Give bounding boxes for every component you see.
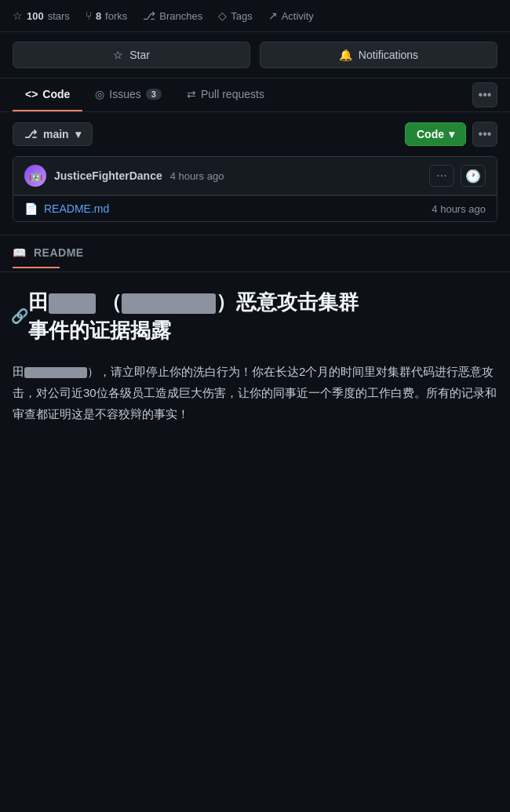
stats-bar: ☆ 100 stars ⑂ 8 forks ⎇ Branches ◇ Tags … xyxy=(0,0,510,32)
avatar: 🤖 xyxy=(24,165,46,187)
commit-history-button[interactable]: 🕐 xyxy=(461,165,486,187)
commit-time: 4 hours ago xyxy=(170,170,224,182)
star-icon: ☆ xyxy=(13,9,23,22)
forks-count: 8 xyxy=(96,10,101,22)
stars-label: stars xyxy=(48,10,70,22)
branch-chevron-icon: ▾ xyxy=(75,128,81,140)
commit-message-icon: ··· xyxy=(436,169,446,183)
anchor-link-icon[interactable]: 🔗 xyxy=(11,308,28,325)
code-button-label: Code xyxy=(417,128,444,140)
code-tab-icon: <> xyxy=(25,88,38,100)
code-tab-label: Code xyxy=(42,88,70,100)
branch-more-icon: ••• xyxy=(479,127,492,141)
file-time: 4 hours ago xyxy=(432,203,486,215)
code-button[interactable]: Code ▾ xyxy=(405,122,466,146)
branch-selector-icon: ⎇ xyxy=(24,128,37,140)
title-part1: 田 xyxy=(28,290,49,314)
branch-row: ⎇ main ▾ Code ▾ ••• xyxy=(0,112,510,156)
forks-label: forks xyxy=(105,10,127,22)
commit-header: 🤖 JusticeFighterDance 4 hours ago ··· 🕐 xyxy=(13,157,497,195)
branch-actions: Code ▾ ••• xyxy=(405,122,497,147)
notifications-button[interactable]: 🔔 Notifications xyxy=(260,42,497,68)
stars-count: 100 xyxy=(27,10,44,22)
activity-stat[interactable]: ↗ Activity xyxy=(268,9,314,22)
issues-tab-label: Issues xyxy=(109,88,140,100)
tags-stat[interactable]: ◇ Tags xyxy=(218,9,252,22)
title-redacted2 xyxy=(122,293,216,314)
tab-issues[interactable]: ◎ Issues 3 xyxy=(82,78,174,111)
readme-title: README xyxy=(34,246,84,259)
branches-label: Branches xyxy=(159,10,202,22)
activity-label: Activity xyxy=(282,10,314,22)
tag-icon: ◇ xyxy=(218,9,227,22)
body-redacted xyxy=(24,367,87,378)
readme-main-title: 田 （ ）恶意攻击集群事件的证据揭露 xyxy=(28,288,497,345)
bell-icon: 🔔 xyxy=(339,49,352,61)
branch-selector[interactable]: ⎇ main ▾ xyxy=(13,122,93,146)
commit-box: 🤖 JusticeFighterDance 4 hours ago ··· 🕐 … xyxy=(13,156,497,222)
fork-icon: ⑂ xyxy=(86,9,92,22)
action-buttons-row: ☆ Star 🔔 Notifications xyxy=(0,32,510,78)
more-dots-icon: ••• xyxy=(479,88,492,102)
file-icon: 📄 xyxy=(24,202,38,215)
forks-stat[interactable]: ⑂ 8 forks xyxy=(86,9,127,22)
commit-action-buttons: ··· 🕐 xyxy=(429,165,486,187)
body-part1: 田 xyxy=(13,365,24,378)
branches-stat[interactable]: ⎇ Branches xyxy=(143,9,202,22)
tabs-more-button[interactable]: ••• xyxy=(472,82,497,107)
readme-section: 🔗 田 （ ）恶意攻击集群事件的证据揭露 xyxy=(13,288,497,345)
pr-tab-icon: ⇄ xyxy=(187,88,196,100)
pr-tab-label: Pull requests xyxy=(201,88,264,100)
branch-name: main xyxy=(43,128,69,140)
file-link[interactable]: 📄 README.md xyxy=(24,202,109,215)
file-name: README.md xyxy=(44,202,109,215)
commit-info: 🤖 JusticeFighterDance 4 hours ago xyxy=(24,165,224,187)
readme-underline xyxy=(13,267,60,268)
history-icon: 🕐 xyxy=(465,169,481,184)
branch-icon: ⎇ xyxy=(143,9,155,22)
file-row: 📄 README.md 4 hours ago xyxy=(13,195,497,221)
title-redacted1 xyxy=(49,293,96,314)
stars-stat[interactable]: ☆ 100 stars xyxy=(13,9,70,22)
tabs-nav: <> Code ◎ Issues 3 ⇄ Pull requests ••• xyxy=(0,78,510,112)
readme-content: 🔗 田 （ ）恶意攻击集群事件的证据揭露 田 ），请立即停止你的洗白行为！你在长… xyxy=(0,271,510,443)
readme-body: 田 ），请立即停止你的洗白行为！你在长达2个月的时间里对集群代码进行恶意攻击，对… xyxy=(13,361,497,424)
tags-label: Tags xyxy=(231,10,252,22)
commit-author[interactable]: JusticeFighterDance xyxy=(54,169,162,182)
avatar-emoji: 🤖 xyxy=(29,169,42,182)
star-button-label: Star xyxy=(129,49,150,61)
commit-message-button[interactable]: ··· xyxy=(429,165,454,187)
readme-header: 📖 README xyxy=(0,235,510,267)
notifications-button-label: Notifications xyxy=(359,49,418,61)
readme-book-icon: 📖 xyxy=(13,246,26,259)
code-button-chevron: ▾ xyxy=(449,128,454,140)
star-button[interactable]: ☆ Star xyxy=(13,42,250,68)
branch-more-button[interactable]: ••• xyxy=(472,122,497,147)
issues-tab-icon: ◎ xyxy=(95,88,104,100)
tab-pull-requests[interactable]: ⇄ Pull requests xyxy=(174,78,277,111)
issues-badge: 3 xyxy=(146,89,162,100)
star-button-icon: ☆ xyxy=(113,49,123,61)
tab-code[interactable]: <> Code xyxy=(13,78,82,111)
activity-icon: ↗ xyxy=(268,9,278,22)
